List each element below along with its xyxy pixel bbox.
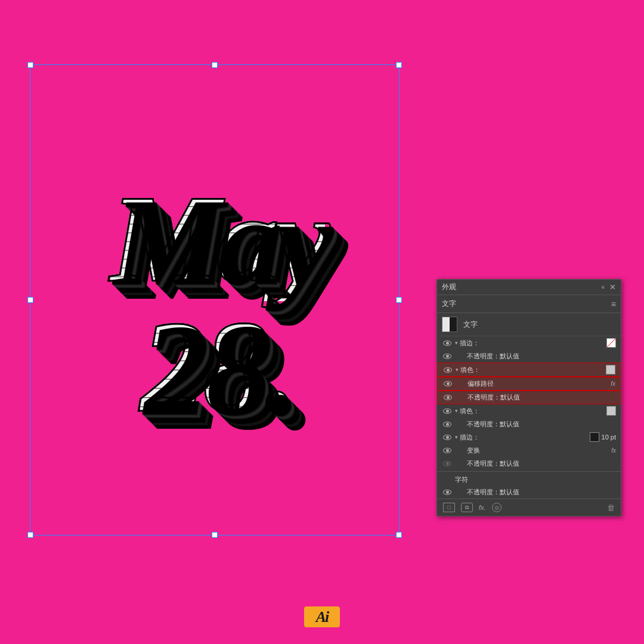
panel-menu-icon[interactable]: ≡: [611, 299, 616, 309]
appearance-panel: 外观 « ✕ 文字 ≡ 文字 ▾ 描边：: [436, 279, 621, 516]
panel-section-header: 文字 ≡: [437, 295, 621, 313]
visibility-icon-stroke2[interactable]: [442, 433, 453, 441]
fill-row-1[interactable]: ▾ 填色：: [437, 363, 621, 377]
visibility-icon-stroke1[interactable]: [442, 339, 453, 347]
panel-titlebar-right: « ✕: [601, 283, 616, 292]
fill-row-2[interactable]: ▾ 填色：: [437, 404, 621, 417]
top-word-text: May: [110, 176, 326, 301]
stroke-label-1: 描边：: [460, 339, 605, 348]
visibility-icon-opacity4[interactable]: [442, 459, 453, 467]
fill-label-1: 填色：: [460, 366, 604, 374]
stroke-row-2[interactable]: ▾ 描边： 10 pt: [437, 431, 621, 444]
stroke-color-swatch-2[interactable]: [590, 432, 599, 442]
opacity-row-2: 不透明度：默认值: [437, 391, 621, 404]
opacity-row-4: 不透明度：默认值: [437, 457, 621, 470]
collapse-button[interactable]: «: [601, 284, 605, 290]
visibility-icon-opacity3[interactable]: [442, 420, 453, 428]
fx-badge-offset: fx: [611, 380, 615, 387]
visibility-toggle-button[interactable]: ⊘: [492, 503, 501, 512]
chevron-stroke2: ▾: [455, 434, 458, 440]
fx-button[interactable]: fx.: [479, 504, 486, 511]
text-art-area: May 28.: [27, 72, 408, 537]
opacity-label-2: 不透明度：默认值: [467, 393, 615, 402]
opacity-row-1: 不透明度：默认值: [437, 349, 621, 363]
visibility-icon-opacity1[interactable]: [442, 352, 453, 360]
opacity-label-3: 不透明度：默认值: [467, 420, 616, 429]
ai-logo-text: Ai: [304, 606, 340, 627]
fill-label-2: 填色：: [460, 407, 605, 416]
chevron-stroke1: ▾: [455, 340, 458, 346]
opacity-label-1: 不透明度：默认值: [467, 352, 616, 361]
stroke-color-swatch-1[interactable]: [606, 338, 616, 348]
opacity-label-4: 不透明度：默认值: [467, 459, 616, 468]
offset-path-label: 偏移路径: [467, 379, 611, 388]
delete-button[interactable]: 🗑: [607, 503, 615, 512]
layer-type-icon: [442, 317, 457, 332]
character-section-label: 字符: [437, 473, 621, 485]
stroke-label-2: 描边：: [460, 433, 588, 442]
add-new-button[interactable]: □: [443, 503, 455, 512]
transform-label: 变换: [467, 446, 611, 455]
canvas: May 28. 外观 « ✕ 文字 ≡: [0, 0, 644, 644]
panel-footer: □ ⧉ fx. ⊘ 🗑: [437, 499, 621, 516]
character-opacity-label: 不透明度：默认值: [467, 488, 616, 497]
opacity-row-3: 不透明度：默认值: [437, 417, 621, 431]
offset-path-row[interactable]: 偏移路径 fx: [437, 377, 621, 391]
layer-icon-row: 文字: [437, 313, 621, 336]
type-label: 文字: [463, 320, 478, 330]
ai-badge: Ai: [304, 606, 340, 627]
transform-row[interactable]: 变换 fx: [437, 444, 621, 457]
chevron-fill1: ▾: [456, 367, 459, 373]
visibility-icon-opacity2[interactable]: [442, 394, 453, 402]
bottom-num-text: 28.: [140, 301, 295, 432]
panel-titlebar-left: 外观: [442, 282, 456, 292]
duplicate-button[interactable]: ⧉: [461, 503, 473, 512]
section-title: 文字: [442, 299, 456, 309]
character-opacity-row: 不透明度：默认值: [437, 485, 621, 499]
fx-badge-transform: fx: [611, 447, 616, 454]
panel-titlebar: 外观 « ✕: [437, 280, 621, 295]
chevron-fill2: ▾: [455, 408, 458, 414]
panel-title: 外观: [442, 282, 456, 292]
visibility-icon-char-opacity[interactable]: [442, 488, 453, 496]
section-divider: [437, 471, 621, 472]
visibility-icon-fill1[interactable]: [442, 366, 453, 374]
visibility-icon-fill2[interactable]: [442, 407, 453, 415]
stroke-pt-value: 10 pt: [602, 434, 616, 441]
close-button[interactable]: ✕: [609, 283, 616, 292]
stroke-row-1[interactable]: ▾ 描边：: [437, 336, 621, 349]
visibility-icon-offset[interactable]: [442, 380, 453, 388]
fill-color-swatch-1[interactable]: [606, 365, 615, 374]
visibility-icon-transform[interactable]: [442, 446, 453, 454]
fill-color-swatch-2[interactable]: [606, 406, 616, 416]
